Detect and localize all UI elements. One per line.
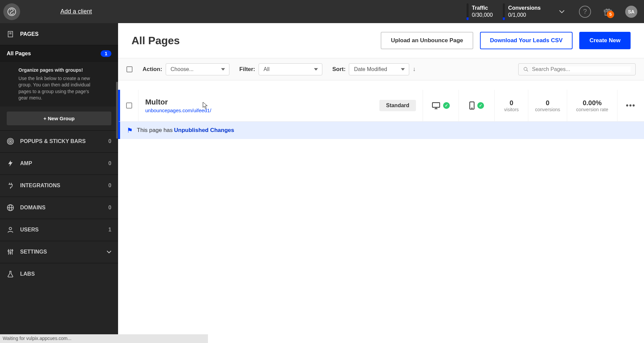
sidebar-label: LABS xyxy=(20,271,35,277)
page-title: All Pages xyxy=(131,35,180,47)
conversion-rate-stat: 0.00% conversion rate xyxy=(567,90,617,121)
sidebar-label: USERS xyxy=(20,227,39,233)
conversions-bar-icon xyxy=(503,3,505,20)
rate-number: 0.00% xyxy=(583,99,602,107)
svg-point-18 xyxy=(12,250,13,251)
page-type-badge: Standard xyxy=(379,100,416,111)
sidebar-item-users[interactable]: USERS 1 xyxy=(0,219,118,241)
sidebar: PAGES All Pages 1 Organize pages with gr… xyxy=(0,23,118,343)
row-name-cell[interactable]: Multor unbouncepages.com/uifeed1/ xyxy=(139,90,379,121)
rate-label: conversion rate xyxy=(576,107,608,112)
sidebar-item-settings[interactable]: SETTINGS xyxy=(0,241,118,263)
action-label: Action: xyxy=(143,66,162,73)
more-icon: ••• xyxy=(626,101,636,110)
notice-strong: Unpublished Changes xyxy=(174,127,234,134)
create-new-button[interactable]: Create New xyxy=(579,32,631,49)
sidebar-label: SETTINGS xyxy=(20,249,47,255)
traffic-bar-icon xyxy=(467,3,469,20)
sidebar-item-integrations[interactable]: INTEGRATIONS 0 xyxy=(0,175,118,197)
bolt-icon xyxy=(7,160,14,167)
sidebar-help-text: Organize pages with groups! Use the link… xyxy=(0,62,118,107)
gift-icon[interactable]: 5 xyxy=(603,7,612,16)
sliders-icon xyxy=(7,248,14,256)
traffic-value: 0/30,000 xyxy=(472,12,493,19)
sidebar-item-labs[interactable]: LABS xyxy=(0,263,118,285)
visitors-stat: 0 visitors xyxy=(494,90,528,121)
pages-icon xyxy=(7,30,14,38)
sidebar-label: INTEGRATIONS xyxy=(20,183,60,189)
conversions-stat: 0 conversions xyxy=(528,90,567,121)
filter-label: Filter: xyxy=(239,66,255,73)
gift-badge: 5 xyxy=(607,11,614,18)
main-header: All Pages Upload an Unbounce Page Downlo… xyxy=(118,23,644,58)
sort-direction-icon[interactable]: ↓ xyxy=(413,66,416,73)
brand-logo[interactable] xyxy=(3,3,20,20)
user-avatar[interactable]: SA xyxy=(625,6,637,18)
help-icon[interactable]: ? xyxy=(579,6,591,18)
desktop-icon xyxy=(432,102,440,109)
filter-select[interactable]: All xyxy=(259,63,322,75)
all-pages-label: All Pages xyxy=(7,51,31,57)
row-more-button[interactable]: ••• xyxy=(617,90,644,121)
list-toolbar: Action: Choose... Filter: All Sort: Date… xyxy=(118,58,644,80)
mobile-status-cell: ✓ xyxy=(459,90,494,121)
sidebar-count: 0 xyxy=(108,183,111,189)
plug-icon xyxy=(7,182,14,189)
svg-point-16 xyxy=(10,252,11,254)
top-bar: Add a client Traffic 0/30,000 Conversion… xyxy=(0,0,644,23)
svg-point-14 xyxy=(8,251,9,252)
mobile-icon xyxy=(469,101,475,110)
page-name: Multor xyxy=(145,98,373,107)
upload-page-button[interactable]: Upload an Unbounce Page xyxy=(381,32,473,49)
select-all-checkbox[interactable] xyxy=(126,66,132,72)
conversions-label: Conversions xyxy=(508,5,541,12)
check-icon: ✓ xyxy=(477,102,484,109)
users-icon xyxy=(7,226,14,233)
cursor-icon xyxy=(202,101,208,110)
chevron-down-icon xyxy=(107,251,111,254)
add-client-link[interactable]: Add a client xyxy=(60,8,92,15)
target-icon xyxy=(7,138,14,145)
sidebar-item-amp[interactable]: AMP 0 xyxy=(0,152,118,175)
sidebar-item-all-pages[interactable]: All Pages 1 xyxy=(0,45,118,62)
check-icon: ✓ xyxy=(443,102,450,109)
row-checkbox[interactable] xyxy=(126,102,132,109)
visitors-label: visitors xyxy=(504,107,519,112)
flask-icon xyxy=(7,270,14,278)
svg-point-8 xyxy=(10,141,11,142)
sidebar-label: POPUPS & STICKY BARS xyxy=(20,138,86,144)
page-url: unbouncepages.com/uifeed1/ xyxy=(145,108,373,113)
sidebar-item-domains[interactable]: DOMAINS 0 xyxy=(0,197,118,219)
account-dropdown-caret[interactable] xyxy=(559,10,565,13)
download-leads-button[interactable]: Download Your Leads CSV xyxy=(480,32,573,49)
svg-point-12 xyxy=(9,227,11,230)
search-input[interactable] xyxy=(532,66,631,72)
sidebar-count: 0 xyxy=(108,205,111,211)
search-box[interactable] xyxy=(518,63,636,75)
sidebar-count: 1 xyxy=(108,227,111,233)
row-checkbox-cell xyxy=(120,90,139,121)
action-select[interactable]: Choose... xyxy=(166,63,229,75)
visitors-number: 0 xyxy=(509,99,513,107)
svg-line-20 xyxy=(527,70,528,71)
unpublished-notice[interactable]: ⚑ This page has Unpublished Changes xyxy=(118,122,644,139)
traffic-label: Traffic xyxy=(472,5,493,12)
browser-status-bar: Waiting for vulpix.appcues.com... xyxy=(0,334,208,343)
sidebar-count: 0 xyxy=(108,138,111,144)
page-row[interactable]: Multor unbouncepages.com/uifeed1/ Standa… xyxy=(118,90,644,122)
sidebar-section-pages[interactable]: PAGES xyxy=(0,23,118,45)
sort-select[interactable]: Date Modified xyxy=(349,63,409,75)
conversions-value: 0/1,000 xyxy=(508,12,541,19)
sidebar-label: AMP xyxy=(20,160,32,166)
desktop-status-cell: ✓ xyxy=(423,90,459,121)
main-content: All Pages Upload an Unbounce Page Downlo… xyxy=(118,23,644,343)
sidebar-count: 0 xyxy=(108,160,111,166)
conversions-number: 0 xyxy=(546,99,549,107)
svg-point-19 xyxy=(524,67,527,70)
notice-prefix: This page has xyxy=(137,127,173,134)
sidebar-item-popups[interactable]: POPUPS & STICKY BARS 0 xyxy=(0,130,118,152)
new-group-button[interactable]: + New Group xyxy=(7,112,111,125)
sidebar-label: DOMAINS xyxy=(20,205,46,211)
all-pages-count: 1 xyxy=(101,50,111,57)
conversions-meter: Conversions 0/1,000 xyxy=(503,3,541,20)
